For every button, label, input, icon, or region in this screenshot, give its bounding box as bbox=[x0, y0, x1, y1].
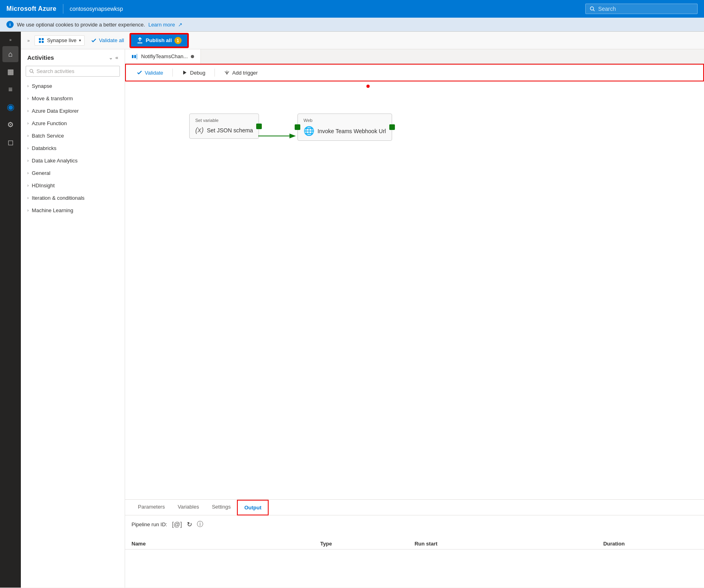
node-header: Web bbox=[303, 118, 386, 123]
activity-item[interactable]: ›Data Lake Analytics bbox=[21, 154, 125, 167]
brand-name: Microsoft Azure bbox=[6, 5, 57, 12]
svg-rect-10 bbox=[132, 55, 134, 58]
publish-icon bbox=[137, 37, 143, 44]
activity-item[interactable]: ›Batch Service bbox=[21, 130, 125, 142]
tab-bar: NotifiyTeamsChan... bbox=[125, 49, 704, 64]
activity-item[interactable]: ›Move & transform bbox=[21, 92, 125, 105]
svg-point-8 bbox=[30, 69, 32, 72]
sidebar-item-briefcase[interactable]: ◻ bbox=[2, 134, 18, 150]
sidebar-expand-button[interactable]: » bbox=[2, 35, 18, 45]
chevron-right-icon: › bbox=[27, 158, 28, 163]
panel-layout: Activities ⌄ « ›Synapse›Move & transform… bbox=[21, 49, 704, 588]
chevron-right-icon: › bbox=[27, 134, 28, 138]
web-icon: 🌐 bbox=[303, 126, 314, 136]
validate-all-button[interactable]: Validate all bbox=[88, 36, 127, 45]
output-connector[interactable] bbox=[389, 124, 395, 130]
chevron-right-icon: › bbox=[27, 84, 28, 88]
svg-point-0 bbox=[590, 7, 593, 10]
bottom-tab-variables[interactable]: Variables bbox=[171, 500, 205, 515]
set-variable-node[interactable]: Set variable (x) Set JSON schema bbox=[189, 114, 259, 139]
svg-rect-5 bbox=[42, 41, 44, 43]
canvas-area: NotifiyTeamsChan... Validate bbox=[125, 49, 704, 588]
toolbar-expand-button[interactable]: » bbox=[26, 36, 31, 45]
pipeline-arrow bbox=[125, 81, 704, 499]
chevron-right-icon: › bbox=[27, 208, 28, 213]
sidebar-item-documents[interactable]: ≡ bbox=[2, 81, 18, 97]
chevron-down-icon: ▾ bbox=[79, 38, 81, 43]
synapse-live-selector[interactable]: Synapse live ▾ bbox=[34, 35, 85, 46]
info-icon: ⓘ bbox=[197, 520, 203, 529]
bottom-tabs: ParametersVariablesSettingsOutput bbox=[125, 500, 704, 515]
top-bar-divider bbox=[63, 4, 63, 14]
debug-label: Debug bbox=[190, 70, 205, 76]
sidebar-item-database[interactable]: ▦ bbox=[2, 64, 18, 80]
sidebar-item-flow[interactable]: ◉ bbox=[2, 99, 18, 115]
table-header-duration: Duration bbox=[603, 541, 698, 547]
activities-search-input[interactable] bbox=[36, 68, 116, 74]
external-link-icon: ↗ bbox=[178, 22, 182, 28]
input-connector[interactable] bbox=[295, 124, 300, 130]
activities-list: ›Synapse›Move & transform›Azure Data Exp… bbox=[21, 80, 125, 588]
table-header: NameTypeRun startDuration bbox=[125, 538, 704, 549]
debug-icon bbox=[182, 70, 188, 75]
content-area: » Synapse live ▾ Validate all bbox=[21, 32, 704, 588]
toolbar-divider bbox=[172, 69, 173, 77]
node-label: Invoke Teams Webhook Url bbox=[318, 128, 386, 134]
activity-item[interactable]: ›Databricks bbox=[21, 142, 125, 154]
bottom-tab-settings[interactable]: Settings bbox=[205, 500, 237, 515]
web-activity-node[interactable]: Web 🌐 Invoke Teams Webhook Url bbox=[297, 114, 392, 141]
svg-marker-13 bbox=[183, 71, 186, 75]
chevron-right-icon: › bbox=[27, 96, 28, 101]
node-label: Set JSON schema bbox=[207, 127, 253, 134]
validate-button[interactable]: Validate bbox=[132, 67, 168, 78]
trigger-icon bbox=[224, 70, 230, 75]
publish-badge: 1 bbox=[174, 37, 182, 44]
activity-item[interactable]: ›Azure Data Explorer bbox=[21, 105, 125, 117]
main-toolbar: » Synapse live ▾ Validate all bbox=[21, 32, 704, 49]
sidebar-item-home[interactable]: ⌂ bbox=[2, 46, 18, 62]
svg-rect-11 bbox=[134, 55, 136, 58]
workspace-name: contososynapsewksp bbox=[70, 6, 123, 12]
activities-panel: Activities ⌄ « ›Synapse›Move & transform… bbox=[21, 49, 125, 588]
synapse-live-label: Synapse live bbox=[47, 37, 77, 43]
validate-icon bbox=[137, 70, 142, 75]
activity-item[interactable]: ›Azure Function bbox=[21, 117, 125, 130]
search-input[interactable] bbox=[598, 6, 693, 12]
left-sidebar: » ⌂ ▦ ≡ ◉ ⚙ ◻ bbox=[0, 32, 21, 588]
mention-icon: [@] bbox=[172, 521, 182, 528]
close-icon[interactable]: « bbox=[115, 55, 118, 61]
svg-rect-12 bbox=[137, 54, 137, 59]
add-trigger-button[interactable]: Add trigger bbox=[220, 67, 262, 78]
activity-item[interactable]: ›HDInsight bbox=[21, 179, 125, 192]
activity-item[interactable]: ›Machine Learning bbox=[21, 204, 125, 217]
synapse-icon bbox=[38, 37, 45, 44]
pipeline-toolbar: Validate Debug bbox=[125, 64, 704, 81]
activity-item[interactable]: ›Iteration & conditionals bbox=[21, 192, 125, 204]
validate-label: Validate bbox=[145, 70, 163, 76]
output-connector[interactable] bbox=[256, 124, 262, 129]
chevron-right-icon: › bbox=[27, 146, 28, 150]
bottom-tab-output[interactable]: Output bbox=[237, 500, 269, 515]
svg-rect-3 bbox=[42, 38, 44, 40]
activity-item[interactable]: ›General bbox=[21, 167, 125, 179]
publish-all-button[interactable]: Publish all 1 bbox=[130, 34, 188, 47]
toolbar-divider-2 bbox=[214, 69, 215, 77]
search-bar[interactable] bbox=[585, 4, 698, 14]
node-body: (x) Set JSON schema bbox=[195, 126, 253, 134]
learn-more-link[interactable]: Learn more bbox=[148, 22, 175, 28]
pipeline-run-label: Pipeline run ID: bbox=[131, 521, 167, 527]
collapse-icon[interactable]: ⌄ bbox=[109, 55, 113, 61]
refresh-icon[interactable]: ↻ bbox=[187, 521, 192, 528]
activity-item[interactable]: ›Synapse bbox=[21, 80, 125, 92]
activities-search-box[interactable] bbox=[26, 66, 120, 77]
pipeline-tab[interactable]: NotifiyTeamsChan... bbox=[125, 49, 201, 63]
bottom-tab-parameters[interactable]: Parameters bbox=[131, 500, 171, 515]
sidebar-item-gear[interactable]: ⚙ bbox=[2, 117, 18, 133]
svg-line-9 bbox=[32, 72, 34, 73]
svg-rect-2 bbox=[39, 38, 41, 40]
activities-title: Activities bbox=[27, 54, 54, 61]
svg-line-1 bbox=[593, 10, 595, 11]
table-header-type: Type bbox=[320, 541, 415, 547]
pipeline-canvas[interactable]: Set variable (x) Set JSON schema Web 🌐 I… bbox=[125, 81, 704, 499]
debug-button[interactable]: Debug bbox=[178, 67, 210, 78]
